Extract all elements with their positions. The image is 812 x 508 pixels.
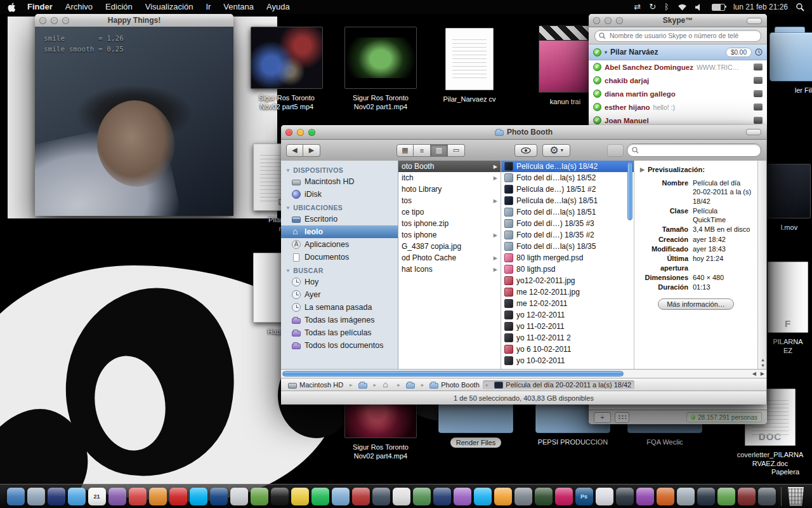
coverflow-view-button[interactable]: ▭ xyxy=(448,144,465,157)
file-row[interactable]: yo 10-02-2011 xyxy=(501,355,634,366)
path-item[interactable]: Photo Booth xyxy=(418,380,483,389)
dock-icon[interactable] xyxy=(27,488,45,505)
dock-icon[interactable] xyxy=(271,488,289,505)
file-row[interactable]: yo12-02-2011.jpg xyxy=(501,275,634,286)
action-button[interactable]: ⚙▾ xyxy=(542,144,570,157)
dock-icon[interactable] xyxy=(332,488,350,505)
file-row[interactable]: Película de…) 18/51 #2 xyxy=(501,184,634,195)
icon-view-button[interactable]: ▦ xyxy=(396,144,414,157)
dock-icon[interactable] xyxy=(738,488,756,505)
sidebar-item[interactable]: Ayer xyxy=(281,288,398,301)
happy-things-window[interactable]: Happy Things! smile = 1,26 smile smooth … xyxy=(35,14,233,216)
disclosure-triangle-icon[interactable]: ▼ xyxy=(285,168,291,173)
close-button[interactable] xyxy=(285,129,292,136)
file-row[interactable]: Foto del dí…la(s) 18/52 xyxy=(501,172,634,184)
file-row[interactable]: Foto del dí…) 18/35 #2 xyxy=(501,229,634,241)
file-row[interactable]: 80 ligth.psd xyxy=(501,264,634,275)
dock-icon[interactable] xyxy=(352,488,370,505)
spotlight-icon[interactable] xyxy=(796,3,804,11)
dock-icon[interactable] xyxy=(230,488,248,505)
column-item[interactable]: hat Icons ▶ xyxy=(398,264,501,275)
disclosure-triangle-icon[interactable]: ▼ xyxy=(285,205,291,211)
finder-search-field[interactable] xyxy=(627,144,761,157)
dock-icon[interactable] xyxy=(251,488,268,505)
file-row[interactable]: yo 11-02-2011 xyxy=(501,321,634,332)
scroll-up-icon[interactable]: ▲ xyxy=(761,358,765,362)
sidebar-item[interactable]: leolo xyxy=(281,225,398,238)
dock-icon[interactable] xyxy=(149,488,167,505)
path-item[interactable] xyxy=(370,380,395,390)
column-item[interactable]: od Photo Cache ▶ xyxy=(398,252,501,264)
inactive-tool-button[interactable] xyxy=(607,144,624,157)
sidebar-item[interactable]: Todas las películas xyxy=(281,326,398,339)
time-machine-icon[interactable]: ↻ xyxy=(649,0,656,14)
volume-icon[interactable] xyxy=(695,4,704,11)
wifi-icon[interactable] xyxy=(678,4,687,11)
dock-icon[interactable] xyxy=(636,488,654,505)
call-icon[interactable] xyxy=(754,64,763,70)
balance-badge[interactable]: $0.00 xyxy=(726,48,752,57)
desktop-icon-video[interactable]: Sigur Ros TorontoNov02 part5 mp4 xyxy=(247,27,326,112)
column-item[interactable]: oto Booth ▶ xyxy=(398,161,501,172)
desktop-icon-video[interactable]: Sigur Ros TorontoNov02 part1.mp4 xyxy=(341,27,420,112)
menu-item[interactable]: Ir xyxy=(199,0,217,14)
sidebar-item[interactable]: Todas las imágenes xyxy=(281,314,398,326)
list-view-button[interactable]: ≡ xyxy=(414,144,431,157)
dock-icon[interactable] xyxy=(555,488,573,505)
column-item[interactable]: tos iphone.zip xyxy=(398,218,501,229)
call-icon[interactable] xyxy=(754,77,763,84)
dock-icon[interactable] xyxy=(717,488,735,505)
dock-icon[interactable]: Ps xyxy=(575,488,593,505)
dock-icon[interactable] xyxy=(68,488,86,505)
sidebar-section-header[interactable]: ▼UBICACIONES xyxy=(281,201,398,213)
sidebar-item[interactable]: Escritorio xyxy=(281,213,398,225)
minimize-button[interactable] xyxy=(605,17,612,24)
path-item[interactable]: Macintosh HD xyxy=(285,380,346,389)
scroll-right-icon[interactable]: ▶ xyxy=(761,371,764,377)
more-info-button[interactable]: Más información… xyxy=(658,298,734,310)
dock-icon[interactable] xyxy=(291,488,309,505)
menu-clock[interactable]: lun 21 feb 21:26 xyxy=(733,0,788,14)
dock-icon[interactable] xyxy=(210,488,228,505)
toolbar-toggle-button[interactable] xyxy=(746,129,761,135)
dock-icon[interactable] xyxy=(758,488,776,505)
skype-search-field[interactable] xyxy=(594,30,761,42)
scroll-left-icon[interactable]: ◀ xyxy=(752,371,756,377)
menu-item[interactable]: Visualización xyxy=(139,0,200,14)
file-row[interactable]: me 12-02-2011 xyxy=(501,298,634,309)
column-view-button[interactable]: ▥ xyxy=(431,144,448,157)
menu-item[interactable]: Ventana xyxy=(217,0,260,14)
vertical-scrollbar[interactable] xyxy=(627,162,632,220)
desktop-icon-folder[interactable]: ler Files xyxy=(769,27,812,95)
column-item[interactable]: tos iphone ▶ xyxy=(398,229,501,241)
column-item[interactable]: tos ▶ xyxy=(398,195,501,206)
dock-icon[interactable] xyxy=(474,488,492,505)
forward-button[interactable]: ▶ xyxy=(303,144,320,157)
dock-icon[interactable] xyxy=(596,488,613,505)
dialpad-button[interactable] xyxy=(615,412,629,423)
sidebar-item[interactable]: La semana pasada xyxy=(281,301,398,314)
desktop-icon-video[interactable]: kanun trai xyxy=(535,25,596,106)
dock-icon[interactable] xyxy=(454,488,471,505)
call-icon[interactable] xyxy=(754,117,763,124)
sidebar-item[interactable]: Todos los documentos xyxy=(281,339,398,352)
disclosure-triangle-icon[interactable]: ▶ xyxy=(640,166,645,173)
file-row[interactable]: yo 12-02-2011 xyxy=(501,309,634,321)
path-item[interactable] xyxy=(394,380,418,389)
finder-window[interactable]: Photo Booth ◀ ▶ ▦ ≡ ▥ ▭ ⚙▾ xyxy=(281,125,766,404)
path-item[interactable]: Película del día 20-02-2011 a la(s) 18/4… xyxy=(483,380,634,389)
dock-icon[interactable] xyxy=(413,488,431,505)
dock-icon[interactable] xyxy=(129,488,147,505)
file-row[interactable]: 80 ligth merged.psd xyxy=(501,252,634,264)
minimize-button[interactable] xyxy=(51,17,58,24)
file-row[interactable]: Película de…la(s) 18/51 xyxy=(501,195,634,206)
finder-search-input[interactable] xyxy=(642,146,756,155)
sidebar-item[interactable]: iDisk xyxy=(281,188,398,201)
clapperboard-icon[interactable] xyxy=(539,25,592,93)
add-contact-button[interactable]: + xyxy=(594,412,611,423)
file-row[interactable]: Foto del dí…la(s) 18/35 xyxy=(501,241,634,252)
column-item[interactable]: itch ▶ xyxy=(398,172,501,184)
sidebar-section-header[interactable]: ▼BUSCAR xyxy=(281,264,398,276)
video-thumbnail[interactable] xyxy=(344,27,417,89)
file-row[interactable]: Foto del dí…la(s) 18/51 xyxy=(501,206,634,218)
